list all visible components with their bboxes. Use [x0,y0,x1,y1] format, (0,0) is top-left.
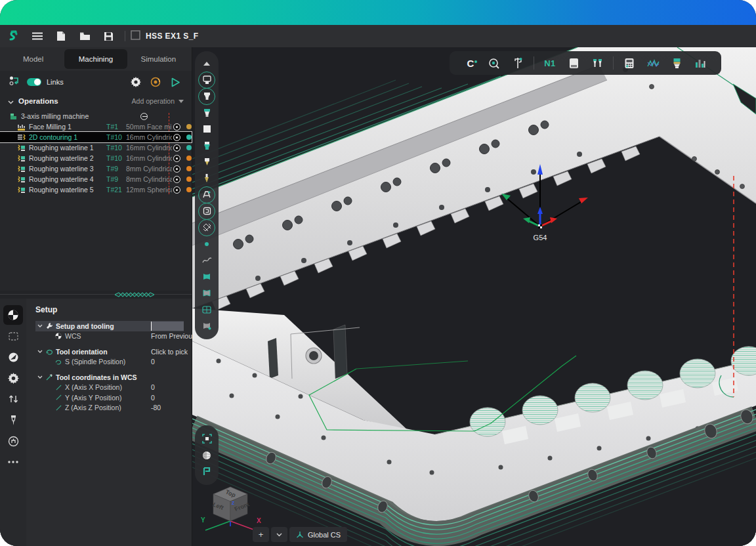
view-tools-toolbar [195,425,219,485]
status-dot [186,135,192,140]
calculator-icon[interactable] [621,55,637,71]
operation-row[interactable]: Roughing waterline 4 T#9 8mm Cylindrical [0,174,192,184]
links-toggle[interactable] [27,78,41,86]
tool-holder-icon[interactable] [198,104,216,121]
settings-gear-icon[interactable] [129,75,143,89]
operation-radio[interactable] [173,123,180,131]
tab-machining[interactable]: Machining [64,49,127,69]
bar-chart-icon[interactable] [692,55,708,71]
cam-application-window: HSS EX1 S_F Model Machining Simulation L… [0,0,756,546]
viewport-3d[interactable]: G54 [192,47,756,546]
spindle-head-icon[interactable] [198,88,216,104]
open-folder-icon[interactable] [75,28,94,45]
more-pages-icon[interactable] [3,452,23,472]
mesh-stock-icon[interactable] [198,219,216,236]
machine-head-icon[interactable] [198,72,216,88]
fixture-icon[interactable] [198,137,216,154]
app-logo-icon[interactable] [4,28,24,45]
caliper-icon[interactable] [510,55,526,71]
workpiece-selection-icon[interactable] [3,326,23,346]
operation-row[interactable]: Roughing waterline 5 T#21 12mm Spherica [0,184,192,195]
curve-entity-icon[interactable] [198,252,216,268]
axis-y-icon [54,394,63,400]
title-bar: HSS EX1 S_F [0,25,756,47]
status-dot [186,145,192,150]
operation-row[interactable]: Roughing waterline 1 T#10 16mm Cylindric [0,142,192,153]
cs-dropdown-button[interactable] [271,527,287,542]
operation-radio[interactable] [173,165,180,173]
operation-radio[interactable] [173,176,180,183]
hamburger-menu-icon[interactable] [28,28,47,45]
view-cube[interactable]: Top Left Front Y X Z [196,483,264,533]
setup-value-field[interactable] [151,322,184,331]
strategy-page-icon[interactable] [3,347,23,367]
machine-sync-icon[interactable] [148,75,163,89]
machine-monitor-icon[interactable] [198,203,216,219]
surface-entity-icon[interactable] [198,268,216,285]
toolbar-separator [534,56,534,70]
mesh-grid-icon[interactable] [198,301,216,318]
save-icon[interactable] [98,28,118,45]
collapse-node-icon[interactable] [140,113,148,120]
tab-model[interactable]: Model [2,49,64,69]
panel-splitter[interactable] [0,291,192,299]
machined-part-scene: G54 [192,47,756,546]
operation-row[interactable]: Roughing waterline 3 T#9 8mm Cylindrical [0,163,192,174]
spindle-position-row[interactable]: S (Spindle Position) 0 [35,357,192,368]
resources-toolbar [195,51,219,339]
axis-x-row[interactable]: X (Axis X Position) 0 [35,383,192,393]
statistics-graph-icon[interactable] [645,55,661,71]
tool-wear-icon[interactable] [669,55,684,71]
operation-row[interactable]: Face Milling 1 T#1 50mm Face mill [0,121,192,132]
setup-and-tooling-row[interactable]: Setup and tooling [35,321,184,331]
left-panel: Model Machining Simulation Links [0,47,192,546]
tool-compare-icon[interactable] [589,55,605,71]
document-state-icon[interactable] [131,30,140,43]
wcs-icon [54,333,63,339]
surface-gray-icon[interactable] [198,285,216,301]
tool-coordinates-row[interactable]: Tool coordinates in WCS [35,372,192,383]
drill-bit-icon[interactable] [198,170,216,186]
add-operation-caret-icon[interactable] [178,100,184,103]
tool-orientation-row[interactable]: Tool orientation Click to pick [35,346,192,357]
machine-node[interactable]: 3-axis milling machine [0,111,192,121]
scroll-up-icon[interactable] [198,55,216,72]
workpiece-stock-icon[interactable] [198,121,216,137]
operation-row[interactable]: Roughing waterline 2 T#10 16mm Cylindric [0,153,192,163]
holder-page-icon[interactable] [3,431,23,451]
holder-library-icon[interactable] [198,186,216,203]
run-calculation-icon[interactable] [168,75,182,89]
tab-simulation[interactable]: Simulation [127,49,190,69]
rotation-icon [45,348,54,355]
stock-panel-icon[interactable] [566,55,581,71]
operation-radio[interactable] [173,144,180,152]
operation-row-selected[interactable]: 2D contouring 1 T#10 16mm Cylindric [0,132,192,142]
point-entity-icon[interactable] [198,236,216,252]
add-cs-button[interactable]: + [253,527,269,542]
wcs-row[interactable]: WCS From Previous [35,331,192,342]
zoom-fit-icon[interactable] [198,430,216,447]
toolpath-visibility-icon[interactable] [198,463,216,480]
tool-page-icon[interactable] [3,410,23,430]
splitter-handle-icon[interactable] [115,291,154,298]
operation-radio[interactable] [173,155,180,162]
wcs-page-icon[interactable] [3,305,23,325]
global-cs-button[interactable]: Global CS [289,527,347,542]
solid-entity-icon[interactable] [198,318,216,334]
tool-tip-icon[interactable] [198,154,216,170]
collision-check-icon[interactable]: C [463,55,478,71]
chevron-down-icon[interactable] [8,95,14,107]
waterline-icon [17,175,26,184]
parameters-gear-icon[interactable] [3,368,23,388]
add-operation-button[interactable]: Add operation [132,97,175,105]
links-graph-icon[interactable] [9,75,20,89]
feeds-transitions-icon[interactable] [3,389,23,409]
axis-z-row[interactable]: Z (Axis Z Position) -80 [35,403,192,413]
measure-icon[interactable] [486,55,502,71]
shaded-view-icon[interactable] [198,447,216,463]
axis-y-row[interactable]: Y (Axis Y Position) 0 [35,392,192,403]
operation-radio[interactable] [173,134,180,141]
new-file-icon[interactable] [51,28,71,45]
gcode-badge[interactable]: N1 [542,55,558,71]
operation-radio[interactable] [173,186,180,194]
